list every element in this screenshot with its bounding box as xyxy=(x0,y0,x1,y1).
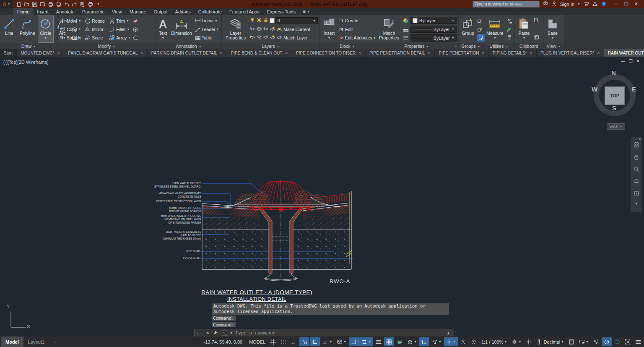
file-tab[interactable]: PIPE PENETRATION✕ xyxy=(435,49,489,57)
file-tab[interactable]: PLUG IN VERTICAL RISER*✕ xyxy=(537,49,604,57)
dynamic-input-icon[interactable] xyxy=(299,337,309,346)
osnap-tracking-icon[interactable] xyxy=(349,337,359,346)
search-input[interactable] xyxy=(473,1,540,8)
tab-add-ins[interactable]: Add-ins xyxy=(171,8,195,15)
match-properties-button[interactable]: Match Properties xyxy=(377,16,401,42)
isometric-drafting-icon[interactable]: ▼ xyxy=(335,337,348,346)
layer-on-icon[interactable] xyxy=(249,17,255,24)
command-input-field[interactable]: >_ ▼ ▲ xyxy=(220,330,454,336)
join-button[interactable] xyxy=(132,34,138,42)
file-tab[interactable]: PIPING DETAILS*✕ xyxy=(489,49,537,57)
line-button[interactable]: Line xyxy=(2,16,17,42)
tab-manage[interactable]: Manage xyxy=(126,8,150,15)
tab-collaborate[interactable]: Collaborate xyxy=(195,8,226,15)
leader-button[interactable]: Leader▼ xyxy=(195,26,219,33)
panel-label-annotation[interactable]: Annotation▼ xyxy=(156,43,221,49)
layer-isolate-icon[interactable] xyxy=(249,26,255,33)
minimize-icon[interactable]: — xyxy=(614,2,618,7)
layer-dropdown[interactable]: 0▼ xyxy=(275,17,318,24)
grid-icon[interactable] xyxy=(268,337,278,346)
file-tab[interactable]: PIPE CONNECTION TO RISER✕ xyxy=(292,49,366,57)
create-block-button[interactable]: Create xyxy=(338,17,376,24)
panel-label-utilities[interactable]: Utilities▼ xyxy=(483,43,514,49)
scale-button[interactable]: Scale xyxy=(85,34,105,42)
edit-block-button[interactable]: Edit xyxy=(338,26,376,33)
stretch-button[interactable]: Stretch xyxy=(60,34,80,42)
app-store-cart-icon[interactable] xyxy=(583,1,589,8)
model-tab[interactable]: Model xyxy=(1,337,23,347)
file-tab[interactable]: PIPE BEND & CLEAN OUT✕ xyxy=(227,49,292,57)
quick-properties-icon[interactable] xyxy=(566,337,576,346)
object-snap-icon[interactable]: ▼ xyxy=(359,337,373,346)
batch-plot-icon[interactable] xyxy=(87,1,94,7)
save-icon[interactable] xyxy=(31,1,38,7)
lock-ui-icon[interactable]: ▼ xyxy=(577,337,591,346)
table-button[interactable]: Table xyxy=(195,34,219,42)
mirror-button[interactable]: Mirror xyxy=(85,25,105,33)
panel-label-properties[interactable]: Properties▼⌄ xyxy=(375,43,458,49)
layout1-tab[interactable]: Layout1 xyxy=(23,337,49,347)
layer-lock-small-icon[interactable] xyxy=(270,26,275,33)
quick-select-icon[interactable] xyxy=(506,17,512,24)
command-grip-icon[interactable]: ⋮⋮ xyxy=(195,331,204,335)
application-menu-button[interactable]: A▼ xyxy=(0,0,13,8)
insert-button[interactable]: Insert ▼ xyxy=(322,16,337,42)
command-input[interactable] xyxy=(234,330,445,336)
paste-button[interactable]: Paste ▼ xyxy=(517,16,532,42)
undo-icon[interactable] xyxy=(63,1,70,7)
file-tab[interactable]: MOUNTED EWC*✕ xyxy=(17,49,64,57)
panel-label-draw[interactable]: Draw▼ xyxy=(0,43,57,49)
lineweight-dropdown[interactable]: ByLayer▼ xyxy=(410,26,457,33)
search-icon[interactable] xyxy=(543,1,548,8)
restore-icon[interactable]: ❐ xyxy=(624,1,628,7)
close-icon[interactable]: ✕ xyxy=(428,51,431,55)
tab-output[interactable]: Output xyxy=(150,8,171,15)
tab-annotate[interactable]: Annotate xyxy=(52,8,78,15)
text-button[interactable]: A Text ▼ xyxy=(158,16,168,42)
save-as-icon[interactable] xyxy=(39,1,46,7)
selection-filtering-icon[interactable]: ▼ xyxy=(430,337,444,346)
edit-attributes-button[interactable]: Edit Attributes▼ xyxy=(338,34,376,42)
array-button[interactable]: Array▼ xyxy=(109,34,131,42)
3d-osnap-icon[interactable]: ▼ xyxy=(405,337,419,346)
help-icon[interactable]: ? xyxy=(601,1,607,8)
move-button[interactable]: Move xyxy=(60,17,80,25)
file-tab[interactable]: PARKING DRAIN OUTLET DETAIL✕ xyxy=(148,49,227,57)
erase-button[interactable] xyxy=(132,17,138,24)
tab-home[interactable]: Home xyxy=(13,8,33,15)
sign-in-button[interactable]: Sign In xyxy=(560,2,574,7)
transparency-icon[interactable] xyxy=(384,337,394,346)
ortho-icon[interactable] xyxy=(310,337,320,346)
autoscale-icon[interactable] xyxy=(469,337,479,346)
close-icon[interactable]: ✕ xyxy=(140,51,143,55)
calculator-icon[interactable] xyxy=(506,34,512,42)
panel-label-block[interactable]: Block▼ xyxy=(320,43,375,49)
plot-icon[interactable] xyxy=(47,1,54,7)
tab-insert[interactable]: Insert xyxy=(33,8,52,15)
explode-button[interactable] xyxy=(132,26,138,33)
copy-clip-icon[interactable] xyxy=(533,34,539,42)
graphics-performance-icon[interactable] xyxy=(602,337,612,346)
annotation-visibility-icon[interactable] xyxy=(458,337,468,346)
redo-icon[interactable] xyxy=(71,1,78,7)
close-icon[interactable]: ✕ xyxy=(220,51,223,55)
copy-button[interactable]: Copy xyxy=(60,25,80,33)
file-tab[interactable]: PIPE PENETRATION DETAIL✕ xyxy=(366,49,435,57)
lineweight-icon[interactable] xyxy=(403,26,409,33)
tab-featured-apps[interactable]: Featured Apps xyxy=(226,8,263,15)
qat-customize-icon[interactable]: ▼ xyxy=(95,1,102,7)
sign-in-caret-icon[interactable]: ▼ xyxy=(577,3,580,5)
file-tab-active[interactable]: RAIN WATER OUTLET✕ xyxy=(604,49,644,57)
layer-unlock-icon[interactable] xyxy=(270,34,275,41)
layer-match-icon[interactable] xyxy=(263,34,269,41)
customize-wrench-icon[interactable] xyxy=(211,330,220,336)
object-color-dropdown[interactable]: ByLayer▼ xyxy=(410,17,457,24)
polar-tracking-icon[interactable]: ▼ xyxy=(320,337,334,346)
linetype-icon[interactable] xyxy=(403,34,409,42)
panel-label-groups[interactable]: Groups▼ xyxy=(459,43,483,49)
snap-icon[interactable] xyxy=(278,337,288,346)
hardware-acceleration-icon[interactable] xyxy=(612,337,622,346)
close-icon[interactable]: ✕ xyxy=(358,51,361,55)
close-icon[interactable]: ✕ xyxy=(481,51,485,55)
panel-label-view[interactable]: View▼ xyxy=(543,43,564,49)
